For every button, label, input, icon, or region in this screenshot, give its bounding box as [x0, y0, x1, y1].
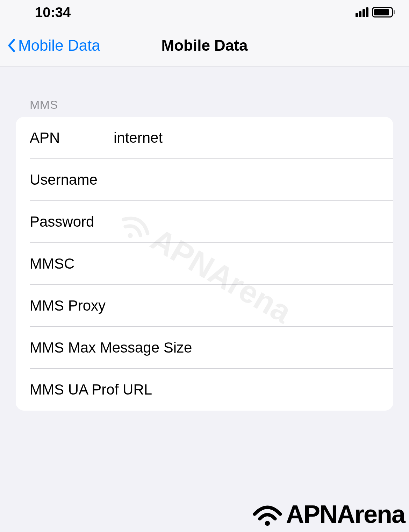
status-indicators — [356, 7, 395, 17]
back-label: Mobile Data — [18, 37, 100, 54]
apn-label: APN — [30, 129, 114, 146]
back-button[interactable]: Mobile Data — [7, 37, 100, 54]
mmsc-row[interactable]: MMSC — [16, 243, 393, 285]
password-row[interactable]: Password — [16, 201, 393, 243]
settings-group-mms: APN Username Password MMSC MMS Proxy MMS… — [16, 117, 393, 411]
mms-max-size-input[interactable] — [192, 339, 379, 356]
username-row[interactable]: Username — [16, 159, 393, 201]
logo-text: APNArena — [286, 500, 405, 529]
chevron-back-icon — [7, 38, 15, 52]
status-time: 10:34 — [35, 5, 71, 20]
mms-proxy-row[interactable]: MMS Proxy — [16, 285, 393, 327]
page-title: Mobile Data — [162, 37, 248, 54]
mms-ua-prof-row[interactable]: MMS UA Prof URL — [16, 369, 393, 411]
navigation-bar: Mobile Data Mobile Data — [0, 24, 409, 66]
mmsc-label: MMSC — [30, 255, 114, 272]
password-label: Password — [30, 213, 114, 230]
apnarena-logo: APNArena — [252, 500, 405, 529]
content-area: MMS APN Username Password MMSC MMS Proxy — [0, 66, 409, 411]
mms-max-size-label: MMS Max Message Size — [30, 339, 192, 356]
apn-row[interactable]: APN — [16, 117, 393, 159]
mms-max-size-row[interactable]: MMS Max Message Size — [16, 327, 393, 369]
battery-icon — [372, 7, 395, 17]
mms-proxy-label: MMS Proxy — [30, 297, 114, 314]
mmsc-input[interactable] — [114, 255, 379, 272]
wifi-icon — [252, 502, 283, 526]
signal-icon — [356, 7, 368, 17]
status-bar: 10:34 — [0, 0, 409, 24]
section-header-mms: MMS — [16, 98, 393, 112]
svg-point-1 — [265, 521, 270, 526]
mms-ua-prof-input[interactable] — [152, 381, 379, 398]
username-label: Username — [30, 171, 114, 188]
password-input[interactable] — [114, 213, 379, 230]
mms-proxy-input[interactable] — [114, 297, 379, 314]
mms-ua-prof-label: MMS UA Prof URL — [30, 381, 152, 398]
apn-input[interactable] — [114, 129, 379, 146]
username-input[interactable] — [114, 171, 379, 188]
